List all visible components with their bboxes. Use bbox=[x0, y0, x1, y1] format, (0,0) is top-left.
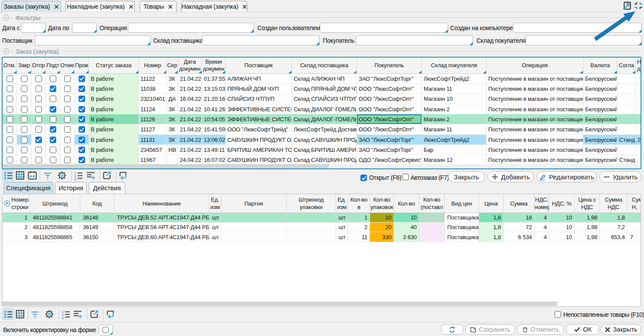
svg-text:3: 3 bbox=[74, 177, 76, 181]
svg-text:3: 3 bbox=[62, 316, 63, 319]
